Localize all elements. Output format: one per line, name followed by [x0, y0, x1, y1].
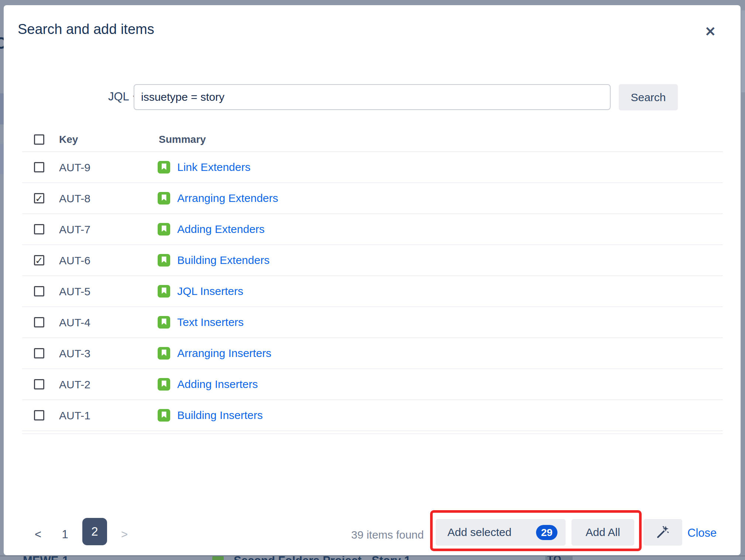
issue-table-body: AUT-9 Link Extenders ✓ AUT-8 Arranging E… [22, 152, 723, 431]
issue-summary-link[interactable]: Text Inserters [177, 316, 244, 329]
story-icon [158, 254, 170, 267]
close-icon[interactable]: ✕ [701, 23, 719, 41]
issue-summary-link[interactable]: Arranging Inserters [177, 347, 271, 360]
table-row: ✓ AUT-6 Building Extenders [22, 245, 723, 276]
table-end-divider [22, 433, 723, 434]
row-checkbox[interactable] [34, 162, 44, 172]
issue-summary-link[interactable]: Adding Inserters [177, 378, 258, 391]
table-row: AUT-1 Building Inserters [22, 400, 723, 431]
row-checkbox[interactable]: ✓ [34, 193, 44, 203]
issue-summary-link[interactable]: Arranging Extenders [177, 192, 278, 205]
select-all-checkbox[interactable] [34, 134, 44, 145]
search-button[interactable]: Search [619, 84, 678, 110]
issue-key: AUT-8 [59, 192, 90, 205]
magic-wand-icon [656, 525, 670, 540]
issue-table: Key Summary AUT-9 Link Extenders ✓ AUT-8… [22, 128, 723, 434]
table-row: AUT-4 Text Inserters [22, 307, 723, 338]
table-row: ✓ AUT-8 Arranging Extenders [22, 183, 723, 214]
issue-table-header: Key Summary [22, 128, 723, 152]
selected-count-badge: 29 [536, 525, 557, 540]
background-band [0, 144, 4, 174]
jql-mode-label: JQL [108, 90, 129, 103]
search-and-add-items-dialog: Search and add items ✕ JQL ▼ Search Key … [4, 5, 741, 555]
row-checkbox[interactable] [34, 410, 44, 420]
issue-key: AUT-5 [59, 285, 90, 298]
auto-add-button[interactable] [643, 519, 682, 546]
story-icon [158, 285, 170, 298]
background-status-badge: TO DO [545, 556, 573, 560]
story-icon [158, 223, 170, 236]
story-icon [158, 316, 170, 329]
issue-key: AUT-3 [59, 347, 90, 360]
table-row: AUT-9 Link Extenders [22, 152, 723, 183]
story-icon [158, 378, 170, 391]
dialog-title: Search and add items [18, 21, 154, 37]
background-band [741, 10, 745, 92]
next-page-button[interactable]: > [116, 528, 133, 541]
issue-key: AUT-7 [59, 223, 90, 236]
background-issue-summary: Second Folders Project - Story 1 [234, 556, 411, 560]
items-found-count: 39 items found [303, 529, 424, 541]
row-checkbox[interactable] [34, 348, 44, 358]
issue-summary-link[interactable]: JQL Inserters [177, 285, 243, 298]
story-icon [158, 161, 170, 174]
jql-query-input[interactable] [134, 84, 611, 110]
row-checkbox[interactable]: ✓ [34, 255, 44, 265]
story-icon [158, 347, 170, 360]
page-2-button-active[interactable]: 2 [82, 518, 107, 545]
page-1-button[interactable]: 1 [57, 528, 73, 541]
table-row: AUT-7 Adding Extenders [22, 214, 723, 245]
row-checkbox[interactable] [34, 317, 44, 327]
story-icon [212, 556, 224, 560]
column-header-key: Key [59, 134, 78, 145]
row-checkbox[interactable] [34, 286, 44, 296]
table-row: AUT-3 Arranging Inserters [22, 338, 723, 369]
background-issue-key: MEWE-1 [23, 556, 69, 560]
issue-key: AUT-6 [59, 254, 90, 267]
issue-key: AUT-1 [59, 409, 90, 422]
add-selected-label: Add selected [447, 526, 511, 539]
table-row: AUT-5 JQL Inserters [22, 276, 723, 307]
check-icon: ✓ [35, 255, 43, 266]
row-checkbox[interactable] [34, 379, 44, 389]
issue-summary-link[interactable]: Building Extenders [177, 254, 269, 267]
issue-summary-link[interactable]: Link Extenders [177, 161, 250, 174]
issue-key: AUT-9 [59, 161, 90, 174]
prev-page-button[interactable]: < [30, 528, 46, 541]
story-icon [158, 409, 170, 422]
add-selected-button[interactable]: Add selected 29 [436, 519, 566, 546]
background-band [0, 93, 4, 124]
row-checkbox[interactable] [34, 224, 44, 234]
table-row: AUT-2 Adding Inserters [22, 369, 723, 400]
story-icon [158, 192, 170, 205]
issue-summary-link[interactable]: Adding Extenders [177, 223, 265, 236]
close-link[interactable]: Close [687, 526, 717, 540]
column-header-summary: Summary [159, 134, 206, 145]
background-issue-row: MEWE-1 Second Folders Project - Story 1 … [0, 556, 745, 560]
issue-summary-link[interactable]: Building Inserters [177, 409, 263, 422]
check-icon: ✓ [35, 193, 43, 204]
issue-key: AUT-2 [59, 378, 90, 391]
add-all-button[interactable]: Add All [571, 519, 634, 546]
issue-key: AUT-4 [59, 316, 90, 329]
